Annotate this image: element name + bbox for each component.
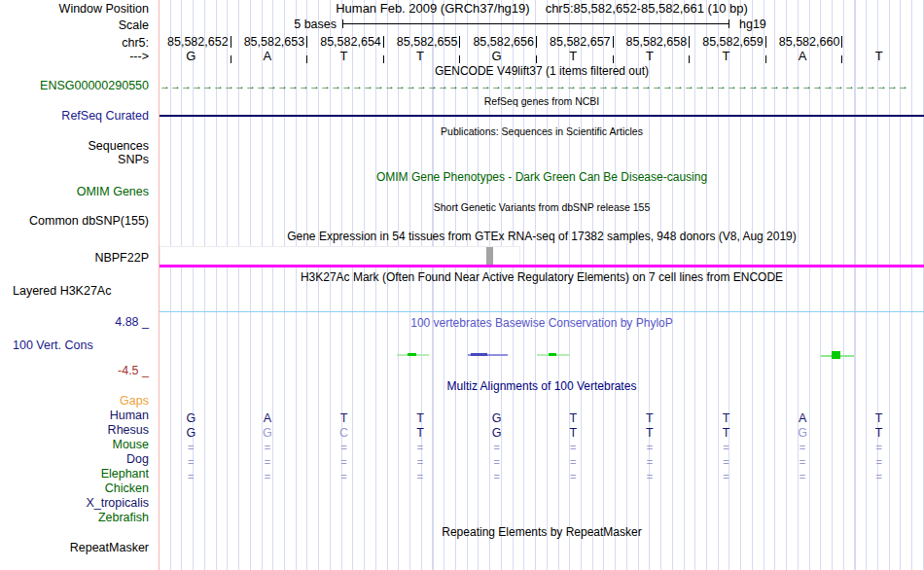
ruler-cell: 85,582,652 — [160, 35, 236, 49]
phylop-mark — [408, 353, 416, 356]
track-label-omim-genes[interactable]: OMIM Genes — [0, 185, 149, 198]
alignment-cell: T — [694, 423, 771, 438]
alignment-cell: T — [694, 409, 771, 423]
assembly-tag: hg19 — [739, 18, 766, 31]
track-label-dog[interactable]: Dog — [0, 452, 149, 466]
track-title-publications-sequences-in-scientific-art[interactable]: Publications: Sequences in Scientific Ar… — [160, 125, 924, 138]
ruler-cell: 85,582,657 — [542, 35, 619, 49]
window-position-header: Human Feb. 2009 (GRCh37/hg19)chr5:85,582… — [160, 2, 924, 16]
track-label-window-position: Window Position — [0, 2, 149, 16]
track-label-gaps[interactable]: Gaps — [0, 394, 149, 408]
genome-browser: Human Feb. 2009 (GRCh37/hg19)chr5:85,582… — [0, 0, 924, 570]
track-label-sequences[interactable]: Sequences — [0, 139, 149, 153]
track-title-refseq-genes-from-ncbi[interactable]: RefSeq genes from NCBI — [160, 95, 924, 108]
track-title-h3k27ac-mark-often-found-near-active-reg[interactable]: H3K27Ac Mark (Often Found Near Active Re… — [160, 271, 924, 284]
alignment-cell: = — [312, 452, 389, 467]
alignment-cell: = — [771, 438, 848, 452]
track-title-multiz-alignments-of-100-vertebrates[interactable]: Multiz Alignments of 100 Vertebrates — [160, 380, 924, 393]
track-label-100-vert-cons[interactable]: 100 Vert. Cons — [0, 338, 149, 352]
track-label-layered-h3k27ac[interactable]: Layered H3K27Ac — [0, 284, 149, 298]
ruler-tick — [383, 36, 384, 48]
alignment-cell: = — [847, 452, 924, 467]
ruler-cell: 85,582,660 — [771, 35, 848, 49]
alignment-cell: G — [160, 423, 236, 438]
base-cell: T — [389, 49, 466, 63]
alignment-cell: T — [619, 409, 695, 423]
track-label-rhesus[interactable]: Rhesus — [0, 423, 149, 437]
alignment-cell: = — [771, 467, 848, 481]
alignment-cell: = — [465, 452, 542, 467]
ruler-cell: 85,582,658 — [619, 35, 695, 49]
alignment-cell: T — [389, 423, 466, 438]
base-letter: T — [612, 49, 689, 63]
scale-row: 5 bases hg19 — [160, 17, 924, 31]
alignment-cell: = — [542, 452, 619, 467]
base-letter: G — [458, 49, 535, 63]
track-label-nbpf22p[interactable]: NBPF22P — [0, 251, 149, 265]
alignment-cell: T — [312, 409, 389, 423]
alignment-base: = — [265, 470, 270, 484]
alignment-cell: = — [847, 467, 924, 481]
ruler-coordinate: 85,582,657 — [550, 35, 611, 49]
ruler-cell: 85,582,655 — [389, 35, 466, 49]
track-label-mouse[interactable]: Mouse — [0, 438, 149, 451]
alignment-cell: = — [160, 452, 236, 467]
track-title-repeating-elements-by-repeatmasker[interactable]: Repeating Elements by RepeatMasker — [160, 526, 924, 539]
alignment-cell: = — [619, 452, 695, 467]
base-letter: A — [230, 49, 306, 63]
alignment-cell: = — [389, 467, 466, 481]
alignment-base: = — [800, 470, 805, 484]
ruler-tick — [459, 36, 460, 48]
base-letter: A — [764, 49, 841, 63]
gtex-plot-box[interactable] — [160, 246, 520, 266]
scale-bar — [342, 19, 729, 28]
alignment-cell: = — [694, 467, 771, 481]
track-label-elephant[interactable]: Elephant — [0, 467, 149, 481]
track-title-100-vertebrates-basewise-conservation-by[interactable]: 100 vertebrates Basewise Conservation by… — [160, 317, 924, 330]
alignment-cell: = — [542, 438, 619, 452]
track-label-x-tropicalis[interactable]: X_tropicalis — [0, 496, 149, 510]
alignment-cell: = — [619, 438, 695, 452]
track-label-repeatmasker[interactable]: RepeatMasker — [0, 541, 149, 554]
track-label-zebrafish[interactable]: Zebrafish — [0, 511, 149, 524]
track-title-short-genetic-variants-from-dbsnp-releas[interactable]: Short Genetic Variants from dbSNP releas… — [160, 201, 924, 214]
base-cell: T — [694, 49, 771, 63]
track-label-scale: Scale — [0, 18, 149, 32]
track-label-human[interactable]: Human — [0, 409, 149, 422]
alignment-cell: = — [389, 438, 466, 452]
track-title-gencode-v49lift37-1-items-filtered-out[interactable]: GENCODE V49lift37 (1 items filtered out) — [160, 65, 924, 78]
gtex-expression-bar[interactable] — [486, 247, 493, 265]
base-letter: T — [535, 49, 612, 63]
alignment-base: = — [570, 470, 576, 484]
track-title-omim-gene-phenotypes-dark-green-can-be-d[interactable]: OMIM Gene Phenotypes - Dark Green Can Be… — [160, 171, 924, 184]
alignment-row-dog: ========== — [160, 452, 924, 467]
alignment-cell: G — [465, 409, 542, 423]
position-title: chr5:85,582,652-85,582,661 (10 bp) — [546, 1, 748, 16]
track-label-ensg00000290550[interactable]: ENSG00000290550 — [0, 79, 149, 92]
alignment-cell: T — [389, 409, 466, 423]
alignment-cell: G — [465, 423, 542, 438]
track-label-refseq-curated[interactable]: RefSeq Curated — [0, 109, 149, 123]
alignment-row-human: GATTGTTTAT — [160, 409, 924, 423]
phylop-top-line — [160, 311, 924, 312]
gtex-gene-line[interactable] — [160, 265, 924, 267]
alignment-cell: = — [236, 438, 313, 452]
alignment-cell: T — [542, 423, 619, 438]
ruler-coordinate: 85,582,660 — [779, 35, 840, 49]
gencode-gene-arrows[interactable]: →→→→→→→→→→→→→→→→→→→→→→→→→→→→→→→→→→→→→→→→… — [160, 80, 924, 92]
track-label-snps[interactable]: SNPs — [0, 153, 149, 166]
track-label-chicken[interactable]: Chicken — [0, 481, 149, 495]
base-letter: G — [153, 49, 230, 63]
alignment-cell: T — [847, 409, 924, 423]
track-label-: ---> — [0, 50, 149, 63]
ruler-coordinate: 85,582,659 — [702, 35, 764, 49]
track-title-gene-expression-in-54-tissues-from-gtex-[interactable]: Gene Expression in 54 tissues from GTEx … — [160, 231, 924, 243]
alignment-cell: = — [160, 438, 236, 452]
alignment-cell: = — [465, 467, 542, 481]
ruler-coordinate: 85,582,658 — [626, 35, 688, 49]
alignment-cell: A — [771, 409, 848, 423]
track-label-common-dbsnp-155[interactable]: Common dbSNP(155) — [0, 214, 149, 228]
alignment-base: = — [340, 470, 346, 484]
refseq-gene-line[interactable] — [160, 115, 924, 117]
alignment-row-elephant: ========== — [160, 467, 924, 481]
